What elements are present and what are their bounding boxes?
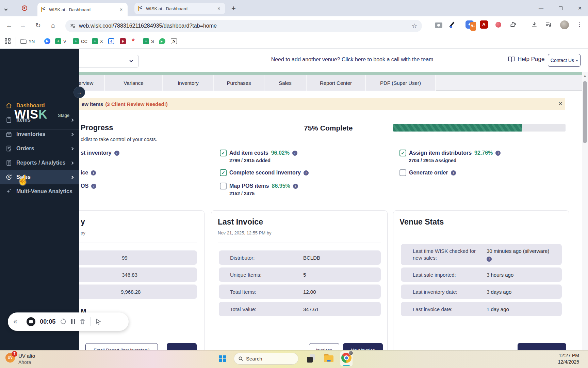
address-bar[interactable]: web.wisk.cool/7883162116284935/dashboard… — [65, 20, 422, 32]
add-venue-banner-link[interactable]: Need to add another venue? Click here to… — [143, 57, 561, 63]
checklist-item[interactable]: st inventory — [81, 150, 119, 156]
eyedropper-icon[interactable] — [451, 21, 453, 28]
extensions-puzzle-icon[interactable] — [510, 21, 517, 28]
checklist-item[interactable]: ice — [81, 170, 96, 176]
info-icon[interactable] — [487, 257, 492, 262]
profile-avatar[interactable] — [560, 20, 569, 29]
checkbox-checked-icon[interactable] — [220, 169, 227, 176]
checklist-item-generate-order[interactable]: Generate order — [399, 169, 456, 176]
checklist-item[interactable]: OS — [81, 183, 96, 189]
info-icon[interactable] — [292, 151, 297, 156]
bookmark-bird[interactable] — [159, 37, 165, 46]
bookmark-asterisk[interactable]: * — [132, 37, 135, 46]
alert-close-icon[interactable] — [557, 100, 564, 108]
tab-pdf-super-user[interactable]: PDF (Super User) — [366, 75, 436, 91]
help-page-link[interactable]: Help Page — [508, 56, 544, 63]
bookmark-sheet-v[interactable]: + V — [55, 37, 66, 46]
tab-report-center[interactable]: Report Center — [307, 75, 366, 91]
reload-button[interactable]: ↻ — [33, 20, 43, 31]
back-button[interactable]: ← — [4, 20, 14, 31]
checkbox-unchecked-icon[interactable] — [399, 169, 406, 176]
recorder-delete-icon[interactable] — [79, 318, 86, 325]
home-button[interactable]: ⌂ — [48, 20, 58, 31]
bookmark-folder-yn[interactable]: YN — [20, 37, 35, 46]
checkbox-checked-icon[interactable] — [220, 150, 227, 156]
info-icon[interactable] — [304, 170, 309, 175]
recorder-cursor-icon[interactable] — [95, 318, 102, 325]
bookmark-notion[interactable]: N — [171, 37, 177, 46]
info-icon[interactable] — [495, 151, 501, 156]
record-extension-icon[interactable] — [495, 22, 501, 28]
scrollbar-thumb[interactable] — [583, 81, 587, 143]
window-minimize-button[interactable]: — — [533, 0, 549, 16]
browser-tab-1[interactable]: < WISK.ai - Dashboard — [37, 3, 128, 16]
tab-close-icon[interactable] — [118, 6, 124, 13]
site-settings-icon[interactable] — [70, 23, 76, 29]
bookmark-star-icon[interactable]: ☆ — [412, 22, 417, 30]
tab-close-icon[interactable] — [216, 5, 222, 12]
playlist-icon[interactable] — [545, 21, 552, 28]
extension-blue-icon[interactable]: ✦ 9+ — [466, 20, 474, 29]
info-icon[interactable] — [293, 184, 298, 189]
sidebar-item-orders[interactable]: Orders — [0, 141, 79, 156]
tab-purchases[interactable]: Purchases — [214, 75, 264, 91]
task-view-button[interactable] — [307, 354, 316, 363]
downloads-icon[interactable] — [531, 21, 538, 28]
browser-menu-icon[interactable]: ⋮ — [576, 20, 583, 28]
checkbox-checked-icon[interactable] — [399, 150, 406, 156]
checklist-item-map-pos[interactable]: Map POS items 86.95% — [220, 183, 298, 189]
recorder-pause-button[interactable] — [71, 319, 75, 324]
info-icon[interactable] — [91, 184, 96, 189]
new-tab-button[interactable]: + — [231, 4, 236, 13]
sidebar-item-sales[interactable]: $ Sales — [0, 170, 79, 184]
recorder-stop-button[interactable] — [27, 317, 35, 326]
sidebar-item-items[interactable]: Items — [0, 113, 79, 127]
bookmark-messenger[interactable] — [44, 37, 50, 46]
checklist-item-add-item-costs[interactable]: Add item costs 96.02% — [220, 150, 297, 156]
scrollbar-up-arrow[interactable] — [583, 74, 587, 78]
notification-avatar[interactable]: UV 7 — [5, 353, 15, 363]
checklist-item-assign-distributors[interactable]: Assign item distributors 92.76% — [399, 150, 501, 156]
browser-tab-2[interactable]: < WISK.ai - Dashboard — [134, 3, 225, 14]
contact-us-button[interactable]: Contact Us▾ — [548, 54, 581, 67]
sidebar-expand-button[interactable] — [74, 87, 85, 98]
checkbox-unchecked-icon[interactable] — [220, 183, 227, 189]
forward-button[interactable]: → — [18, 20, 28, 31]
recorder-collapse-icon[interactable]: « — [13, 318, 17, 325]
sidebar-item-inventories[interactable]: Inventories — [0, 127, 79, 141]
bookmark-sheet-cc[interactable]: + CC — [73, 37, 87, 46]
acrobat-extension-icon[interactable]: A — [480, 20, 488, 29]
info-icon[interactable] — [91, 170, 96, 175]
tab-search-icon[interactable] — [5, 5, 7, 12]
sidebar-item-multi-venue-analytics[interactable]: Multi-Venue Analytics — [0, 184, 79, 199]
info-icon[interactable] — [451, 170, 456, 175]
checklist-item-second-inventory[interactable]: Complete second inventory — [220, 169, 309, 176]
taskbar-clock-time[interactable]: 12:27 PM — [559, 353, 579, 358]
browser-tab-title: WISK.ai - Dashboard — [49, 7, 115, 12]
recorder-restart-icon[interactable] — [60, 318, 67, 325]
chevron-right-icon — [70, 147, 74, 150]
checklist-subcount: 2152 / 2475 — [229, 191, 255, 196]
window-maximize-button[interactable] — [553, 0, 568, 16]
apps-grid-icon[interactable] — [5, 38, 11, 44]
chrome-taskbar-button[interactable] — [340, 351, 353, 366]
tab-sales[interactable]: Sales — [264, 75, 307, 91]
chevron-down-icon — [130, 59, 133, 62]
sidebar-item-reports-analytics[interactable]: Reports / Analytics — [0, 156, 79, 170]
windows-start-button[interactable] — [219, 355, 226, 362]
sidebar-item-dashboard[interactable]: Dashboard — [0, 98, 79, 113]
bookmark-sheet-s[interactable]: + S — [143, 37, 154, 46]
row-label: Total Items: — [230, 289, 256, 295]
bookmark-sheet-x[interactable]: + X — [92, 37, 103, 46]
bookmark-forms[interactable]: F — [120, 37, 126, 46]
window-close-button[interactable]: ✕ — [572, 0, 588, 16]
taskbar-clock-date[interactable]: 12/4/2025 — [558, 359, 579, 365]
taskbar-search[interactable]: Search — [234, 353, 298, 365]
asterisk-icon: * — [132, 38, 135, 44]
info-icon[interactable] — [114, 151, 119, 156]
file-explorer-button[interactable] — [324, 354, 333, 363]
tab-inventory[interactable]: Inventory — [163, 75, 214, 91]
screenshot-camera-icon[interactable] — [435, 22, 442, 28]
tab-variance[interactable]: Variance — [105, 75, 163, 91]
bookmark-calendar[interactable]: 4 — [108, 37, 114, 46]
